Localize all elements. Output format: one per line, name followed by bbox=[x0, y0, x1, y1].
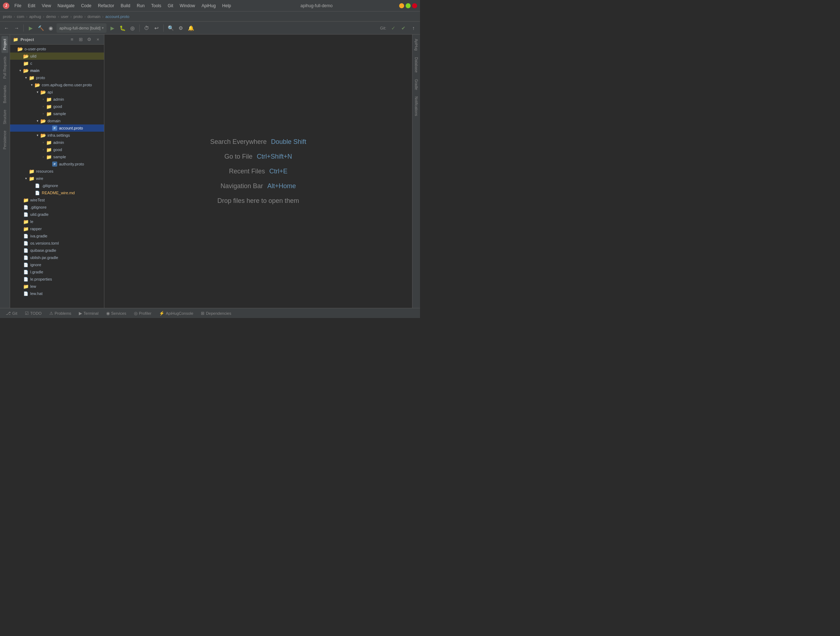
right-tab-database[interactable]: Database bbox=[413, 54, 420, 76]
right-tab-gradle[interactable]: Gradle bbox=[413, 76, 420, 93]
left-tab-bookmarks[interactable]: Bookmarks bbox=[2, 82, 8, 106]
tree-item-le-properties[interactable]: 📄 le.properties bbox=[10, 275, 104, 283]
forward-button[interactable]: → bbox=[12, 24, 21, 32]
tree-item-build[interactable]: 📂 uild bbox=[10, 52, 104, 60]
bottom-tab-git[interactable]: ⎇ Git bbox=[2, 308, 21, 318]
debug-button[interactable]: 🐛 bbox=[118, 24, 127, 32]
breadcrumb-domain[interactable]: domain bbox=[87, 14, 100, 19]
root-label: o-user-proto bbox=[24, 47, 46, 51]
menu-refactor[interactable]: Refactor bbox=[95, 3, 117, 9]
breadcrumb-apihug[interactable]: apihug bbox=[29, 14, 41, 19]
bottom-tab-problems[interactable]: ⚠ Problems bbox=[46, 308, 75, 318]
menu-tools[interactable]: Tools bbox=[148, 3, 164, 9]
bottom-tab-dependencies[interactable]: ⊞ Dependencies bbox=[197, 308, 235, 318]
menu-help[interactable]: Help bbox=[219, 3, 234, 9]
menu-view[interactable]: View bbox=[39, 3, 54, 9]
settings-button[interactable]: ⚙ bbox=[176, 24, 185, 32]
tree-item-le[interactable]: 📁 le bbox=[10, 218, 104, 225]
run-configuration[interactable]: apihug-full-demo [build] ▾ bbox=[57, 24, 107, 33]
left-tab-persistence[interactable]: Persistence bbox=[2, 128, 8, 152]
tree-item-authority-proto[interactable]: P authority.proto bbox=[10, 161, 104, 168]
git-check-button[interactable]: ✓ bbox=[389, 24, 398, 32]
menu-run[interactable]: Run bbox=[134, 3, 148, 9]
proto-label: proto bbox=[36, 76, 45, 80]
tree-item-domain[interactable]: ▾ 📂 domain bbox=[10, 117, 104, 124]
bottom-tab-terminal[interactable]: ▶ Terminal bbox=[75, 308, 103, 318]
back-button[interactable]: ← bbox=[2, 24, 11, 32]
infra-folder-icon: 📂 bbox=[40, 132, 46, 138]
tree-item-gitignore1[interactable]: 📄 .gitignore bbox=[10, 182, 104, 189]
tree-item-good1[interactable]: › 📁 good bbox=[10, 103, 104, 110]
tree-item-infra[interactable]: ▾ 📂 infra.settings bbox=[10, 132, 104, 139]
tree-item-l-gradle[interactable]: 📄 l.gradle bbox=[10, 268, 104, 275]
breadcrumb-user[interactable]: user bbox=[61, 14, 68, 19]
tree-item-rapper[interactable]: 📁 rapper bbox=[10, 225, 104, 232]
tree-item-readme[interactable]: 📄 README_wire.md bbox=[10, 189, 104, 197]
breadcrumb-proto2[interactable]: proto bbox=[73, 14, 82, 19]
menu-edit[interactable]: Edit bbox=[25, 3, 38, 9]
tree-item-lew-hat[interactable]: 📄 lew.hat bbox=[10, 290, 104, 297]
coverage-button[interactable]: ◉ bbox=[46, 24, 55, 32]
bottom-tab-profiler[interactable]: ◎ Profiler bbox=[130, 308, 155, 318]
profile-button[interactable]: ◎ bbox=[128, 24, 137, 32]
git-merge-button[interactable]: ✔ bbox=[399, 24, 408, 32]
bottom-tab-apihugconsole[interactable]: ⚡ ApiHugConsole bbox=[155, 308, 197, 318]
tree-item-c[interactable]: 📁 c bbox=[10, 60, 104, 67]
tree-item-good2[interactable]: › 📁 good bbox=[10, 146, 104, 153]
close-button[interactable] bbox=[412, 3, 417, 8]
tree-item-lew[interactable]: 📁 lew bbox=[10, 283, 104, 290]
tree-item-wiretest[interactable]: 📁 wireTest bbox=[10, 197, 104, 204]
tree-item-main[interactable]: ▾ 📂 main bbox=[10, 67, 104, 74]
project-close-button[interactable]: × bbox=[95, 36, 101, 43]
breadcrumb-demo[interactable]: demo bbox=[46, 14, 56, 19]
tree-item-iva-gradle[interactable]: 📄 iva.gradle bbox=[10, 232, 104, 239]
tree-item-sample1[interactable]: › 📁 sample bbox=[10, 110, 104, 117]
bottom-tab-todo[interactable]: ☑ TODO bbox=[21, 308, 46, 318]
run-green-button[interactable]: ▶ bbox=[108, 24, 117, 32]
tree-item-account-proto[interactable]: P account.proto bbox=[10, 124, 104, 132]
tree-item-admin2[interactable]: › 📁 admin bbox=[10, 139, 104, 146]
menu-apihug[interactable]: ApiHug bbox=[199, 3, 218, 9]
right-tab-apihug[interactable]: ApiHug bbox=[413, 36, 420, 54]
breadcrumb-active-file[interactable]: account.proto bbox=[106, 14, 129, 19]
expand-button[interactable]: ⊞ bbox=[77, 36, 84, 43]
menu-file[interactable]: File bbox=[11, 3, 24, 9]
tree-item-proto[interactable]: ▾ 📁 proto bbox=[10, 74, 104, 81]
tree-item-quibase-gradle[interactable]: 📄 quibase.gradle bbox=[10, 247, 104, 254]
right-tab-notifications[interactable]: Notifications bbox=[413, 93, 420, 119]
menu-window[interactable]: Window bbox=[177, 3, 198, 9]
menu-build[interactable]: Build bbox=[118, 3, 133, 9]
breadcrumb-proto[interactable]: proto bbox=[3, 14, 12, 19]
tree-item-api[interactable]: ▾ 📂 api bbox=[10, 88, 104, 96]
menu-code[interactable]: Code bbox=[78, 3, 94, 9]
undo-button[interactable]: ↩ bbox=[152, 24, 161, 32]
project-settings-button[interactable]: ⚙ bbox=[86, 36, 93, 43]
tree-item-ignore[interactable]: 📄 ignore bbox=[10, 261, 104, 268]
menu-git[interactable]: Git bbox=[165, 3, 176, 9]
timer-button[interactable]: ⏱ bbox=[142, 24, 151, 32]
git-push-button[interactable]: ↑ bbox=[409, 24, 418, 32]
tree-item-package[interactable]: ▾ 📂 com.apihug.demo.user.proto bbox=[10, 81, 104, 88]
tree-item-sample2[interactable]: › 📁 sample bbox=[10, 153, 104, 161]
run-button[interactable]: ▶ bbox=[26, 24, 35, 32]
left-tab-project[interactable]: Project bbox=[2, 36, 8, 53]
left-tab-structure[interactable]: Structure bbox=[2, 107, 8, 128]
tree-item-versions-toml[interactable]: 📄 os.versions.toml bbox=[10, 239, 104, 247]
tree-item-build-gradle[interactable]: 📄 uild.gradle bbox=[10, 211, 104, 218]
tree-item-publish-jar[interactable]: 📄 ublish-jar.gradle bbox=[10, 254, 104, 261]
tree-item-gitignore2[interactable]: 📄 .gitignore bbox=[10, 204, 104, 211]
tree-item-admin1[interactable]: › 📁 admin bbox=[10, 96, 104, 103]
breadcrumb-com[interactable]: com bbox=[17, 14, 24, 19]
bottom-tab-services[interactable]: ◉ Services bbox=[103, 308, 130, 318]
notification-button[interactable]: 🔔 bbox=[186, 24, 195, 32]
minimize-button[interactable] bbox=[399, 3, 404, 8]
collapse-all-button[interactable]: ≡ bbox=[69, 36, 75, 43]
search-button[interactable]: 🔍 bbox=[166, 24, 175, 32]
left-tab-pull-requests[interactable]: Pull Requests bbox=[2, 54, 8, 82]
tree-item-resources[interactable]: 📁 resources bbox=[10, 168, 104, 175]
tree-root[interactable]: 📂 o-user-proto bbox=[10, 45, 104, 52]
maximize-button[interactable] bbox=[406, 3, 411, 8]
menu-navigate[interactable]: Navigate bbox=[55, 3, 77, 9]
build-button[interactable]: 🔨 bbox=[36, 24, 45, 32]
tree-item-wire[interactable]: ▾ 📁 wire bbox=[10, 175, 104, 182]
